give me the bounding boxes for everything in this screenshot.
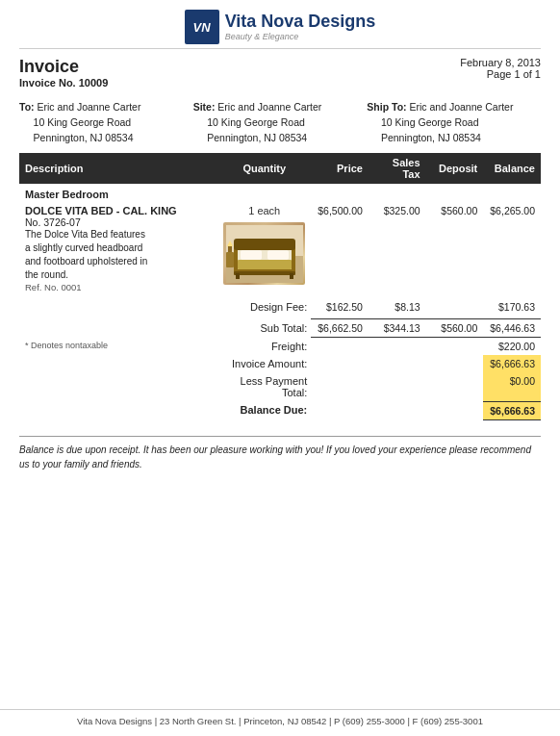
svg-rect-9 xyxy=(234,271,295,275)
to-label: To: xyxy=(19,101,35,113)
invoice-date: February 8, 2013 xyxy=(460,57,541,68)
invoice-amount-label: Invoice Amount: xyxy=(217,355,311,372)
product-image xyxy=(223,222,305,285)
freight-tax xyxy=(369,338,426,356)
invoice-table: Description Quantity Price Sales Tax Dep… xyxy=(19,153,541,420)
less-payment-price xyxy=(311,372,369,401)
col-sales-tax: Sales Tax xyxy=(369,153,426,184)
invoice-amount-dep xyxy=(426,355,484,372)
subtotal-qty: $6,662.50 xyxy=(311,319,369,338)
col-deposit: Deposit xyxy=(426,153,484,184)
nontaxable-note: * Denotes nontaxable xyxy=(19,338,217,356)
invoice-title-row: Invoice Invoice No. 10009 February 8, 20… xyxy=(19,57,541,96)
freight-price xyxy=(311,338,369,356)
to-addr1: 10 King George Road xyxy=(34,116,132,128)
balance-due-label: Balance Due: xyxy=(217,401,311,419)
invoice-title: Invoice xyxy=(19,57,108,77)
col-price: Price xyxy=(311,153,369,184)
section-header-master-bedroom: Master Bedroom xyxy=(19,184,541,202)
svg-rect-10 xyxy=(236,273,240,279)
balance-due-tax xyxy=(369,401,426,419)
logo: VN Vita Nova Designs Beauty & Elegance xyxy=(185,10,376,44)
less-payment-label: Less Payment Total: xyxy=(217,372,311,401)
product-deposit: $560.00 xyxy=(426,202,484,295)
balance-due-row: Balance Due: $6,666.63 xyxy=(19,401,541,419)
product-quantity: 1 each xyxy=(248,205,280,216)
company-name: Vita Nova Designs xyxy=(225,13,376,32)
col-description: Description xyxy=(19,153,217,184)
subtotal-row: Sub Total: $6,662.50 $344.13 $560.00 $6,… xyxy=(19,319,541,338)
table-header-row: Description Quantity Price Sales Tax Dep… xyxy=(19,153,541,184)
subtotal-bal: $6,446.63 xyxy=(483,319,541,338)
col-quantity: Quantity xyxy=(217,153,311,184)
product-sales-tax: $325.00 xyxy=(369,202,426,295)
product-name: DOLCE VITA BED - CAL. KING xyxy=(25,205,212,216)
ship-label: Ship To: xyxy=(367,101,406,113)
product-desc: The Dolce Vita Bed features a slightly c… xyxy=(25,228,150,282)
freight-bal: $220.00 xyxy=(483,338,541,356)
product-price: $6,500.00 xyxy=(311,202,369,295)
address-row: To: Eric and Joanne Carter 10 King Georg… xyxy=(19,100,541,145)
invoice-date-info: February 8, 2013 Page 1 of 1 xyxy=(460,57,541,80)
design-fee-tax: $8.13 xyxy=(369,295,426,319)
invoice-amount-row: Invoice Amount: $6,666.63 xyxy=(19,355,541,372)
less-payment-row: Less Payment Total: $0.00 xyxy=(19,372,541,401)
company-tagline: Beauty & Elegance xyxy=(225,32,376,41)
col-balance: Balance xyxy=(483,153,541,184)
product-number: No. 3726-07 xyxy=(25,216,212,228)
svg-rect-12 xyxy=(226,252,234,267)
less-payment-tax xyxy=(369,372,426,401)
invoice-page: Page 1 of 1 xyxy=(460,68,541,80)
site-addr1: 10 King George Road xyxy=(207,116,305,128)
balance-due-bal: $6,666.63 xyxy=(483,401,541,419)
subtotal-label: Sub Total: xyxy=(217,319,311,338)
site-label: Site: xyxy=(193,101,216,113)
site-address: Site: Eric and Joanne Carter 10 King Geo… xyxy=(193,100,368,145)
invoice-amount-bal: $6,666.63 xyxy=(483,355,541,372)
ship-name: Eric and Joanne Carter xyxy=(409,101,513,113)
freight-row: * Denotes nontaxable Freight: $220.00 xyxy=(19,338,541,356)
balance-due-dep xyxy=(426,401,484,419)
svg-rect-8 xyxy=(238,260,292,269)
logo-text: Vita Nova Designs Beauty & Elegance xyxy=(225,13,376,41)
svg-rect-7 xyxy=(267,250,289,260)
site-name: Eric and Joanne Carter xyxy=(217,101,321,113)
svg-rect-6 xyxy=(241,250,262,260)
balance-due-price xyxy=(311,401,369,419)
billing-address: To: Eric and Joanne Carter 10 King Georg… xyxy=(19,100,193,145)
freight-label: Freight: xyxy=(217,338,311,356)
company-header: VN Vita Nova Designs Beauty & Elegance xyxy=(19,10,541,49)
ref-number: Ref. No. 0001 xyxy=(25,282,212,292)
svg-rect-13 xyxy=(228,246,232,252)
design-fee-row: Design Fee: $162.50 $8.13 $170.63 xyxy=(19,295,541,319)
svg-rect-5 xyxy=(234,239,295,250)
footer-note: Balance is due upon receipt. It has been… xyxy=(19,436,541,471)
design-fee-price: $162.50 xyxy=(311,295,369,319)
invoice-number: Invoice No. 10009 xyxy=(19,77,108,89)
invoice-amount-price xyxy=(311,355,369,372)
product-description-cell: DOLCE VITA BED - CAL. KING No. 3726-07 T… xyxy=(19,202,217,295)
subtotal-dep: $560.00 xyxy=(426,319,484,338)
design-fee-deposit xyxy=(426,295,484,319)
less-payment-bal: $0.00 xyxy=(483,372,541,401)
less-payment-dep xyxy=(426,372,484,401)
ship-addr2: Pennington, NJ 08534 xyxy=(381,132,481,143)
table-row: DOLCE VITA BED - CAL. KING No. 3726-07 T… xyxy=(19,202,541,295)
design-fee-label: Design Fee: xyxy=(217,295,311,319)
ship-address: Ship To: Eric and Joanne Carter 10 King … xyxy=(367,100,541,145)
freight-dep xyxy=(426,338,484,356)
site-addr2: Pennington, NJ 08534 xyxy=(207,132,307,143)
product-image-quantity-cell: 1 each xyxy=(217,202,311,295)
section-name: Master Bedroom xyxy=(19,184,541,202)
design-fee-balance: $170.63 xyxy=(483,295,541,319)
to-name: Eric and Joanne Carter xyxy=(37,101,140,113)
invoice-amount-tax xyxy=(369,355,426,372)
svg-rect-11 xyxy=(290,273,293,279)
subtotal-tax: $344.13 xyxy=(369,319,426,338)
bottom-footer: Vita Nova Designs | 23 North Green St. |… xyxy=(0,709,560,726)
logo-icon: VN xyxy=(185,10,219,44)
ship-addr1: 10 King George Road xyxy=(381,116,479,128)
to-addr2: Pennington, NJ 08534 xyxy=(34,132,134,143)
product-balance: $6,265.00 xyxy=(483,202,541,295)
